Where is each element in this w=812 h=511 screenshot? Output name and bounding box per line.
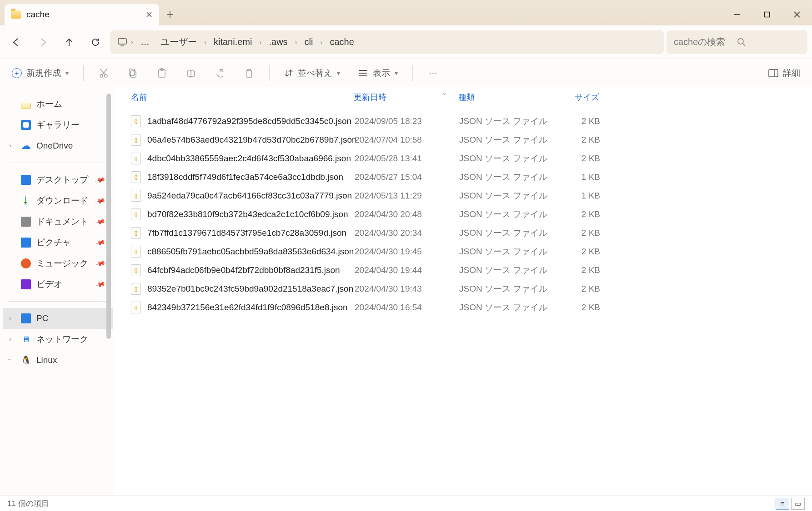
video-icon bbox=[21, 279, 31, 289]
table-row[interactable]: {}842349b372156e31e62fd34fd1f9fc0896d518… bbox=[113, 298, 812, 317]
forward-button[interactable] bbox=[31, 30, 55, 54]
music-icon bbox=[21, 258, 31, 268]
column-header-type[interactable]: 種類 bbox=[458, 92, 549, 103]
chevron-right-icon: › bbox=[295, 38, 297, 46]
sidebar-item-network[interactable]: 🖥ネットワーク bbox=[3, 329, 113, 350]
sidebar-item-music[interactable]: ミュージック📌 bbox=[3, 253, 113, 274]
column-header-name[interactable]: 名前 bbox=[131, 92, 354, 103]
home-icon bbox=[21, 99, 31, 109]
cut-button[interactable] bbox=[95, 65, 113, 81]
table-row[interactable]: {}89352e7b01bc9c243fc59bd9a902d21518a3ea… bbox=[113, 279, 812, 298]
sidebar-item-downloads[interactable]: ⭳ダウンロード📌 bbox=[3, 190, 113, 211]
table-row[interactable]: {}7fb7ffd1c1379671d84573f795e1cb7c28a305… bbox=[113, 223, 812, 242]
svg-rect-5 bbox=[130, 71, 136, 77]
file-name: c886505fb791aebc05acbbd59a8da83563e6d634… bbox=[147, 247, 355, 257]
file-size: 2 KB bbox=[550, 284, 605, 294]
table-row[interactable]: {}bd70f82e33b810f9cb372b43edca2c1c10cf6b… bbox=[113, 205, 812, 223]
sort-button[interactable]: 並べ替え ▾ bbox=[281, 64, 344, 82]
paste-button[interactable] bbox=[153, 65, 171, 81]
file-date: 2024/07/04 10:58 bbox=[355, 135, 459, 145]
new-button[interactable]: + 新規作成 ▾ bbox=[8, 64, 72, 82]
linux-icon: 🐧 bbox=[21, 355, 31, 365]
sidebar-item-label: ミュージック bbox=[36, 258, 88, 269]
column-header-size[interactable]: サイズ bbox=[549, 92, 604, 103]
breadcrumb-item[interactable]: ユーザー bbox=[157, 34, 200, 50]
sidebar-item-desktop[interactable]: デスクトップ📌 bbox=[3, 169, 113, 190]
file-type: JSON ソース ファイル bbox=[459, 302, 550, 313]
breadcrumb-item[interactable]: cli bbox=[301, 35, 317, 49]
gallery-icon bbox=[21, 120, 31, 130]
chevron-right-icon: › bbox=[204, 38, 206, 46]
pin-icon: 📌 bbox=[95, 258, 106, 269]
address-bar[interactable]: › … ユーザー › kitani.emi › .aws › cli › cac… bbox=[110, 30, 664, 54]
sidebar-item-pictures[interactable]: ピクチャ📌 bbox=[3, 232, 113, 253]
file-type: JSON ソース ファイル bbox=[459, 264, 550, 276]
view-details-button[interactable]: ≡ bbox=[776, 498, 789, 510]
copy-button[interactable] bbox=[124, 65, 142, 81]
up-button[interactable] bbox=[57, 30, 81, 54]
file-name: 89352e7b01bc9c243fc59bd9a902d21518a3eac7… bbox=[147, 284, 355, 294]
sidebar-item-onedrive[interactable]: ☁OneDrive bbox=[3, 135, 113, 156]
file-name: 9a524eda79ca0c47acb64166cf83cc31c03a7779… bbox=[147, 191, 355, 201]
file-date: 2024/05/13 11:29 bbox=[355, 191, 459, 201]
table-row[interactable]: {}9a524eda79ca0c47acb64166cf83cc31c03a77… bbox=[113, 186, 812, 205]
share-button[interactable] bbox=[211, 65, 229, 81]
json-file-icon: {} bbox=[131, 190, 141, 202]
minimize-button[interactable] bbox=[722, 4, 752, 25]
separator bbox=[83, 65, 84, 81]
breadcrumb-item[interactable]: kitani.emi bbox=[210, 35, 256, 49]
breadcrumb-item[interactable]: .aws bbox=[265, 35, 291, 49]
table-row[interactable]: {}1adbaf48d4776792a92f395de8cd59dd5c3345… bbox=[113, 112, 812, 130]
status-bar: 11 個の項目 ≡ ▭ bbox=[0, 496, 812, 511]
breadcrumb-item[interactable]: cache bbox=[326, 35, 358, 49]
sidebar-item-home[interactable]: ホーム bbox=[3, 94, 113, 114]
sidebar-item-gallery[interactable]: ギャラリー bbox=[3, 114, 113, 135]
delete-button[interactable] bbox=[240, 65, 258, 81]
rename-button[interactable] bbox=[182, 65, 200, 81]
close-button[interactable] bbox=[782, 4, 812, 25]
details-pane-button[interactable]: 詳細 bbox=[765, 64, 804, 82]
refresh-button[interactable] bbox=[84, 30, 107, 54]
pc-icon bbox=[21, 313, 31, 323]
sidebar-item-documents[interactable]: ドキュメント📌 bbox=[3, 211, 113, 232]
back-button[interactable] bbox=[5, 30, 28, 54]
maximize-button[interactable] bbox=[752, 4, 782, 25]
view-thumbnails-button[interactable]: ▭ bbox=[791, 498, 805, 510]
cloud-icon: ☁ bbox=[21, 141, 31, 151]
chevron-down-icon: ▾ bbox=[395, 69, 398, 77]
chevron-right-icon[interactable]: › bbox=[9, 335, 11, 342]
json-file-icon: {} bbox=[131, 227, 141, 239]
sidebar-item-label: OneDrive bbox=[36, 141, 73, 151]
file-size: 2 KB bbox=[550, 303, 605, 313]
scrollbar-thumb[interactable] bbox=[106, 94, 111, 339]
file-name: 7fb7ffd1c1379671d84573f795e1cb7c28a3059d… bbox=[147, 228, 355, 238]
table-row[interactable]: {}06a4e574b63aed9c43219b47d53d70bc2b6789… bbox=[113, 130, 812, 149]
tab-close-button[interactable] bbox=[145, 11, 153, 18]
folder-icon bbox=[11, 10, 21, 19]
table-row[interactable]: {}c886505fb791aebc05acbbd59a8da83563e6d6… bbox=[113, 242, 812, 261]
view-icon bbox=[358, 69, 368, 77]
json-file-icon: {} bbox=[131, 115, 141, 127]
table-row[interactable]: {}4dbc04bb33865559aec2c4d6f43cf530abaa69… bbox=[113, 149, 812, 168]
table-row[interactable]: {}18f3918cddf5f749d6f1fec3a574ce6a3cc1db… bbox=[113, 168, 812, 186]
more-button[interactable]: ⋯ bbox=[424, 65, 442, 81]
table-row[interactable]: {}64fcbf94adc06fb9e0b4f2bf72dbb0bf8ad231… bbox=[113, 261, 812, 279]
search-input[interactable]: cacheの検索 bbox=[667, 30, 807, 54]
chevron-right-icon[interactable]: › bbox=[9, 314, 11, 322]
column-header-date[interactable]: 更新日時⌄ bbox=[354, 92, 458, 103]
sidebar-item-pc[interactable]: PC bbox=[3, 308, 113, 329]
breadcrumb-overflow[interactable]: … bbox=[137, 35, 153, 49]
new-tab-button[interactable] bbox=[159, 4, 181, 25]
sidebar-item-label: デスクトップ bbox=[36, 174, 88, 186]
sidebar-item-videos[interactable]: ビデオ📌 bbox=[3, 274, 113, 295]
view-button[interactable]: 表示 ▾ bbox=[355, 64, 401, 82]
file-date: 2024/04/30 16:54 bbox=[355, 303, 459, 313]
new-label: 新規作成 bbox=[26, 67, 61, 79]
sidebar-item-linux[interactable]: 🐧Linux bbox=[3, 350, 113, 371]
json-file-icon: {} bbox=[131, 171, 141, 183]
chevron-down-icon[interactable]: › bbox=[6, 358, 14, 361]
sort-indicator-icon: ⌄ bbox=[442, 89, 447, 96]
chevron-right-icon[interactable]: › bbox=[9, 141, 11, 149]
tab-current[interactable]: cache bbox=[5, 4, 159, 25]
navbar: › … ユーザー › kitani.emi › .aws › cli › cac… bbox=[0, 25, 812, 59]
